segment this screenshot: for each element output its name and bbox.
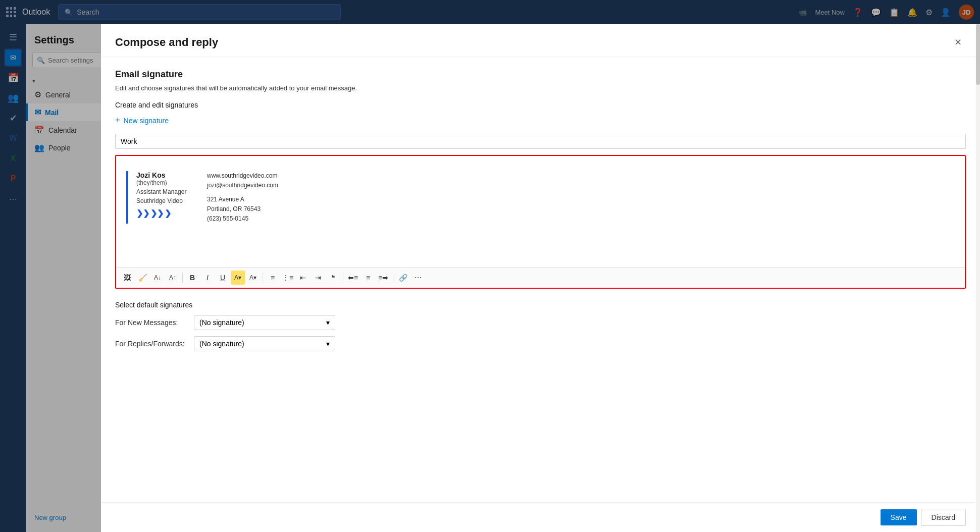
sig-address2: Portland, OR 76543 xyxy=(207,204,278,214)
toolbar-eraser-btn[interactable]: 🧹 xyxy=(135,271,149,285)
new-messages-row: For New Messages: (No signature) ▾ xyxy=(115,315,966,330)
modal-header: Compose and reply ✕ xyxy=(101,24,980,57)
replies-value: (No signature) xyxy=(199,340,244,348)
modal-scrollbar[interactable] xyxy=(976,24,980,532)
toolbar-align-center-btn[interactable]: ≡ xyxy=(361,271,375,285)
default-signatures-section: Select default signatures For New Messag… xyxy=(115,301,966,351)
save-button[interactable]: Save xyxy=(881,509,917,525)
sig-company: Southridge Video xyxy=(136,197,207,204)
modal-close-button[interactable]: ✕ xyxy=(950,34,966,50)
toolbar-align-left-btn[interactable]: ⬅≡ xyxy=(346,271,360,285)
sig-phone: (623) 555-0145 xyxy=(207,214,278,224)
sig-left-col: Jozi Kos (they/them) Assistant Manager S… xyxy=(136,171,207,218)
sig-arrow-3: ❯ xyxy=(165,208,171,218)
toolbar-link-btn[interactable]: 🔗 xyxy=(396,271,410,285)
plus-icon: + xyxy=(115,115,121,126)
sig-name: Jozi Kos xyxy=(136,171,207,179)
email-signature-section: Email signature Edit and choose signatur… xyxy=(115,69,966,351)
new-signature-button[interactable]: + New signature xyxy=(115,115,169,126)
replies-chevron-icon: ▾ xyxy=(326,340,330,348)
toolbar-font-size-down-btn[interactable]: A↓ xyxy=(150,271,165,285)
toolbar-italic-btn[interactable]: I xyxy=(200,271,215,285)
toolbar-sep-2 xyxy=(263,273,263,283)
compose-reply-modal: Compose and reply ✕ Email signature Edit… xyxy=(101,24,980,532)
new-messages-label: For New Messages: xyxy=(115,318,186,327)
replies-row: For Replies/Forwards: (No signature) ▾ xyxy=(115,336,966,351)
toolbar-font-color-btn[interactable]: A▾ xyxy=(246,271,260,285)
toolbar-bullets-btn[interactable]: ≡ xyxy=(266,271,280,285)
sig-pronouns: (they/them) xyxy=(136,179,207,186)
sig-arrow-1: ❯❯ xyxy=(136,208,149,218)
new-messages-select[interactable]: (No signature) ▾ xyxy=(194,315,335,330)
toolbar-increase-indent-btn[interactable]: ⇥ xyxy=(311,271,325,285)
sig-right-col: www.southridgevideo.com jozi@southridgev… xyxy=(207,171,278,224)
signature-card: Jozi Kos (they/them) Assistant Manager S… xyxy=(126,166,955,229)
select-default-title: Select default signatures xyxy=(115,301,966,309)
sig-website: www.southridgevideo.com xyxy=(207,171,278,181)
sig-arrow-2: ❯❯ xyxy=(150,208,164,218)
email-signature-desc: Edit and choose signatures that will be … xyxy=(115,84,966,93)
replies-label: For Replies/Forwards: xyxy=(115,340,186,348)
create-edit-signatures-label: Create and edit signatures xyxy=(115,101,966,109)
new-messages-value: (No signature) xyxy=(199,318,244,327)
toolbar-more-btn[interactable]: ⋯ xyxy=(411,271,425,285)
sig-blue-bar xyxy=(126,171,128,224)
toolbar-underline-btn[interactable]: U xyxy=(216,271,230,285)
modal-body: Email signature Edit and choose signatur… xyxy=(101,57,980,502)
sig-job-title: Assistant Manager xyxy=(136,188,207,195)
chevron-down-icon: ▾ xyxy=(326,318,330,327)
signature-editor[interactable]: Jozi Kos (they/them) Assistant Manager S… xyxy=(115,155,966,289)
editor-content[interactable]: Jozi Kos (they/them) Assistant Manager S… xyxy=(116,156,965,267)
toolbar-decrease-indent-btn[interactable]: ⇤ xyxy=(296,271,310,285)
toolbar-sep-3 xyxy=(343,273,343,283)
modal-footer: Save Discard xyxy=(101,502,980,532)
new-signature-label: New signature xyxy=(124,117,169,125)
toolbar-image-btn[interactable]: 🖼 xyxy=(120,271,134,285)
toolbar-quote-btn[interactable]: ❝ xyxy=(326,271,340,285)
signature-name-input[interactable] xyxy=(115,134,966,149)
toolbar-numbered-btn[interactable]: ⋮≡ xyxy=(281,271,295,285)
toolbar-align-right-btn[interactable]: ≡➡ xyxy=(376,271,390,285)
toolbar-highlight-btn[interactable]: A▾ xyxy=(231,271,245,285)
modal-title: Compose and reply xyxy=(115,36,218,49)
toolbar-sep-1 xyxy=(182,273,183,283)
sig-address1: 321 Avenue A xyxy=(207,195,278,204)
discard-button[interactable]: Discard xyxy=(921,509,966,526)
toolbar-bold-btn[interactable]: B xyxy=(185,271,199,285)
sig-arrows: ❯❯ ❯❯ ❯ xyxy=(136,208,207,218)
scrollbar-thumb xyxy=(976,24,980,85)
toolbar-sep-4 xyxy=(393,273,393,283)
email-signature-title: Email signature xyxy=(115,69,966,80)
editor-toolbar: 🖼 🧹 A↓ A↑ B I U A▾ A▾ ≡ ⋮≡ ⇤ ⇥ ❝ xyxy=(116,267,965,288)
toolbar-font-size-up-btn[interactable]: A↑ xyxy=(166,271,180,285)
sig-email: jozi@southridgevideo.com xyxy=(207,181,278,190)
replies-select[interactable]: (No signature) ▾ xyxy=(194,336,335,351)
